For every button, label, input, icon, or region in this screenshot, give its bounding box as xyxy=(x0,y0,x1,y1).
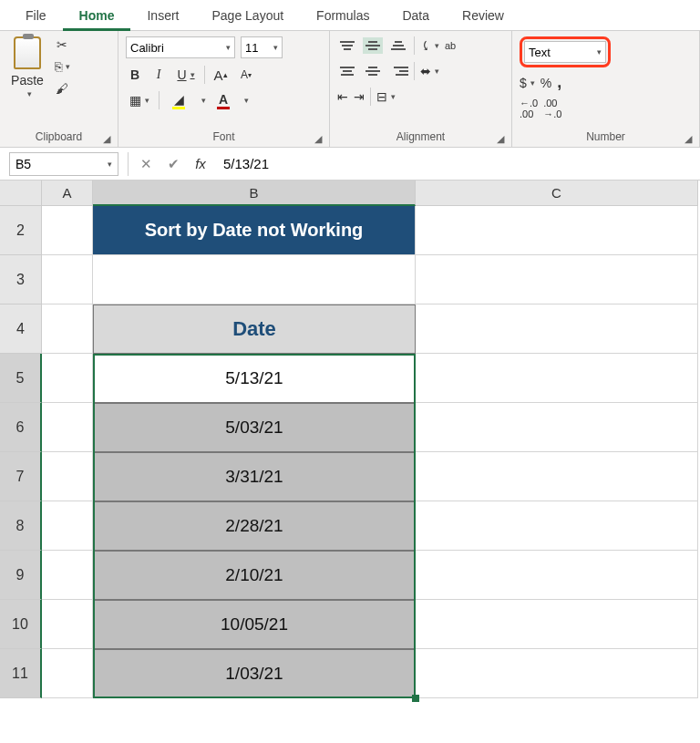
copy-button[interactable]: ⎘▾ xyxy=(53,58,71,75)
comma-button[interactable]: , xyxy=(557,73,561,92)
underline-button[interactable]: U▾ xyxy=(173,67,199,82)
cell-c8[interactable] xyxy=(416,501,698,551)
tab-data[interactable]: Data xyxy=(386,0,446,31)
row-header-5[interactable]: 5 xyxy=(0,354,42,403)
fill-color-button[interactable]: ◢ xyxy=(165,92,192,109)
cell-b7[interactable]: 3/31/21 xyxy=(93,452,416,501)
align-center-button[interactable] xyxy=(363,63,383,79)
worksheet-grid[interactable]: A B C 2 3 4 5 6 7 8 9 10 11 Sort by Date… xyxy=(0,181,700,743)
paste-button[interactable]: Paste ▾ xyxy=(7,36,47,98)
row-header-10[interactable]: 10 xyxy=(0,600,42,649)
group-clipboard-label: Clipboard xyxy=(36,130,82,143)
cell-b3[interactable] xyxy=(93,255,416,304)
cell-a4[interactable] xyxy=(42,304,93,354)
bold-button[interactable]: B xyxy=(126,67,144,82)
number-format-highlight: Text▾ xyxy=(520,36,611,67)
tab-formulas[interactable]: Formulas xyxy=(300,0,386,31)
align-top-button[interactable] xyxy=(337,37,357,54)
cell-b2[interactable]: Sort by Date not Working xyxy=(93,206,416,255)
align-bottom-button[interactable] xyxy=(388,37,408,54)
decrease-indent-button[interactable]: ⇤ xyxy=(337,89,348,104)
cut-button[interactable]: ✂ xyxy=(53,36,71,53)
row-header-6[interactable]: 6 xyxy=(0,403,42,452)
cell-a10[interactable] xyxy=(42,600,93,649)
select-all-corner[interactable] xyxy=(0,181,42,206)
row-header-11[interactable]: 11 xyxy=(0,649,42,698)
row-header-7[interactable]: 7 xyxy=(0,452,42,501)
ribbon: Paste ▾ ✂ ⎘▾ 🖌 Clipboard ◢ Calibri▾ 11▾ xyxy=(0,31,700,148)
cell-b5[interactable]: 5/13/21 xyxy=(93,354,416,403)
row-header-9[interactable]: 9 xyxy=(0,551,42,600)
cell-c5[interactable] xyxy=(416,354,698,403)
font-size-select[interactable]: 11▾ xyxy=(241,36,283,58)
row-header-8[interactable]: 8 xyxy=(0,501,42,551)
fill-handle[interactable] xyxy=(412,695,419,702)
cell-b10[interactable]: 10/05/21 xyxy=(93,600,416,649)
cells: Sort by Date not Working Date 5/13/21 5/… xyxy=(42,206,698,698)
cancel-formula-button[interactable]: ✕ xyxy=(132,156,160,172)
percent-button[interactable]: % xyxy=(540,76,551,90)
cell-b4[interactable]: Date xyxy=(93,304,416,354)
font-dialog-launcher[interactable]: ◢ xyxy=(314,133,322,145)
format-painter-button[interactable]: 🖌 xyxy=(53,80,71,97)
cell-a7[interactable] xyxy=(42,452,93,501)
decrease-decimal-button[interactable]: .00→.0 xyxy=(543,98,561,119)
group-alignment: ⤹▾ ab ⬌▾ ⇤ ⇥ ⊟▾ Alignment ◢ xyxy=(330,31,512,147)
cell-c11[interactable] xyxy=(416,649,698,698)
alignment-dialog-launcher[interactable]: ◢ xyxy=(497,133,504,145)
wrap-text-button[interactable]: ab xyxy=(445,40,456,51)
tab-review[interactable]: Review xyxy=(446,0,520,31)
italic-button[interactable]: I xyxy=(149,67,168,82)
cell-c10[interactable] xyxy=(416,600,698,649)
merge-center-button[interactable]: ⊟▾ xyxy=(376,89,396,104)
row-header-4[interactable]: 4 xyxy=(0,304,42,354)
tab-page-layout[interactable]: Page Layout xyxy=(195,0,300,31)
cell-a8[interactable] xyxy=(42,501,93,551)
number-dialog-launcher[interactable]: ◢ xyxy=(685,133,692,145)
cell-c9[interactable] xyxy=(416,551,698,600)
group-number-label: Number xyxy=(586,130,625,143)
increase-decimal-button[interactable]: ←.0.00 xyxy=(520,98,538,119)
col-header-a[interactable]: A xyxy=(42,181,93,206)
tab-insert[interactable]: Insert xyxy=(130,0,195,31)
cell-a5[interactable] xyxy=(42,354,93,403)
name-box[interactable]: B5▾ xyxy=(9,152,118,176)
decrease-font-button[interactable]: A▾ xyxy=(236,68,256,81)
merge-button[interactable]: ⬌▾ xyxy=(420,64,439,78)
tab-file[interactable]: File xyxy=(9,0,63,31)
cell-c4[interactable] xyxy=(416,304,698,354)
col-header-b[interactable]: B xyxy=(93,181,416,206)
orientation-button[interactable]: ⤹▾ xyxy=(420,38,439,53)
font-color-button[interactable]: A xyxy=(211,92,235,109)
cell-c2[interactable] xyxy=(416,206,698,255)
cell-c6[interactable] xyxy=(416,403,698,452)
cell-a3[interactable] xyxy=(42,255,93,304)
cell-b6[interactable]: 5/03/21 xyxy=(93,403,416,452)
cell-b11[interactable]: 1/03/21 xyxy=(93,649,416,698)
number-format-select[interactable]: Text▾ xyxy=(524,41,606,63)
fx-icon[interactable]: fx xyxy=(187,156,214,171)
col-header-c[interactable]: C xyxy=(416,181,698,206)
cell-c3[interactable] xyxy=(416,255,698,304)
borders-button[interactable]: ▦▾ xyxy=(126,93,153,108)
cell-a6[interactable] xyxy=(42,403,93,452)
cell-b9[interactable]: 2/10/21 xyxy=(93,551,416,600)
align-middle-button[interactable] xyxy=(363,37,383,54)
clipboard-dialog-launcher[interactable]: ◢ xyxy=(103,133,110,145)
increase-font-button[interactable]: A▴ xyxy=(211,67,231,83)
row-header-3[interactable]: 3 xyxy=(0,255,42,304)
formula-input[interactable] xyxy=(214,152,700,176)
cell-a2[interactable] xyxy=(42,206,93,255)
tab-home[interactable]: Home xyxy=(63,0,131,31)
currency-button[interactable]: $▾ xyxy=(520,76,535,90)
accept-formula-button[interactable]: ✔ xyxy=(160,156,187,172)
cell-c7[interactable] xyxy=(416,452,698,501)
row-header-2[interactable]: 2 xyxy=(0,206,42,255)
align-left-button[interactable] xyxy=(337,63,357,79)
align-right-button[interactable] xyxy=(388,63,408,79)
cell-b8[interactable]: 2/28/21 xyxy=(93,501,416,551)
cell-a9[interactable] xyxy=(42,551,93,600)
cell-a11[interactable] xyxy=(42,649,93,698)
font-name-select[interactable]: Calibri▾ xyxy=(126,36,235,58)
increase-indent-button[interactable]: ⇥ xyxy=(354,89,365,104)
